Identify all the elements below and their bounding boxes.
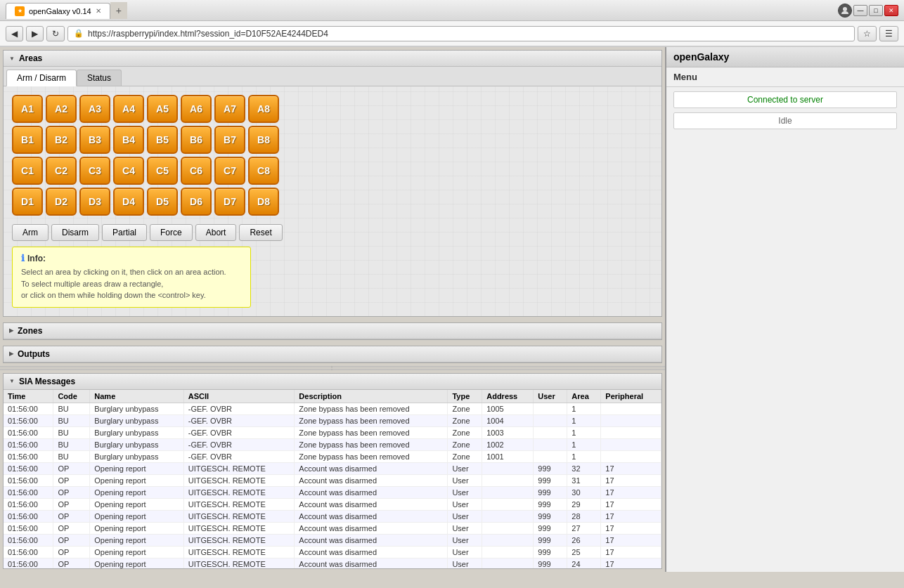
- minimize-button[interactable]: —: [853, 5, 867, 16]
- area-button-a5[interactable]: A5: [147, 95, 178, 123]
- area-button-d8[interactable]: D8: [248, 188, 279, 216]
- areas-section-header[interactable]: ▼ Areas: [4, 51, 661, 67]
- sia-cell: 01:56:00: [4, 450, 53, 462]
- secure-icon: 🔒: [74, 29, 84, 38]
- address-bar[interactable]: 🔒 https://raspberrypi/index.html?session…: [67, 26, 855, 41]
- sia-row[interactable]: 01:56:00BUBurglary unbypass-GEF. OVBRZon…: [4, 426, 661, 438]
- back-button[interactable]: ◀: [6, 26, 23, 41]
- area-button-d3[interactable]: D3: [79, 188, 110, 216]
- outputs-section-header[interactable]: ▶ Outputs: [4, 346, 661, 362]
- area-button-b6[interactable]: B6: [181, 126, 212, 154]
- area-button-a8[interactable]: A8: [248, 95, 279, 123]
- area-button-a4[interactable]: A4: [113, 95, 144, 123]
- reload-button[interactable]: ↻: [46, 26, 65, 41]
- area-button-b2[interactable]: B2: [46, 126, 77, 154]
- area-button-c4[interactable]: C4: [113, 157, 144, 185]
- zones-section-title: Zones: [18, 326, 42, 336]
- area-button-b3[interactable]: B3: [79, 126, 110, 154]
- areas-tabs-bar: Arm / Disarm Status: [4, 67, 661, 86]
- sia-cell: Opening report: [90, 546, 183, 558]
- tab-arm-disarm[interactable]: Arm / Disarm: [6, 70, 77, 86]
- sia-row[interactable]: 01:56:00OPOpening reportUITGESCH. REMOTE…: [4, 486, 661, 498]
- action-button-abort[interactable]: Abort: [195, 224, 237, 241]
- sia-cell: 1: [567, 438, 601, 450]
- tab-close-button[interactable]: ✕: [96, 7, 101, 15]
- sia-row[interactable]: 01:56:00OPOpening reportUITGESCH. REMOTE…: [4, 534, 661, 546]
- action-button-partial[interactable]: Partial: [102, 224, 147, 241]
- area-button-b4[interactable]: B4: [113, 126, 144, 154]
- bookmark-button[interactable]: ☆: [858, 26, 877, 41]
- sia-row[interactable]: 01:56:00OPOpening reportUITGESCH. REMOTE…: [4, 462, 661, 474]
- new-tab-button[interactable]: +: [110, 2, 127, 19]
- close-button[interactable]: ✕: [884, 5, 898, 16]
- area-button-a7[interactable]: A7: [214, 95, 245, 123]
- sia-row[interactable]: 01:56:00OPOpening reportUITGESCH. REMOTE…: [4, 558, 661, 568]
- sia-cell: 01:56:00: [4, 414, 53, 426]
- area-button-d6[interactable]: D6: [181, 188, 212, 216]
- sia-cell: 1: [567, 450, 601, 462]
- action-button-force[interactable]: Force: [150, 224, 193, 241]
- sia-cell: OP: [53, 486, 90, 498]
- sia-row[interactable]: 01:56:00BUBurglary unbypass-GEF. OVBRZon…: [4, 403, 661, 414]
- sia-cell: Account was disarmed: [295, 474, 448, 486]
- area-button-c7[interactable]: C7: [214, 157, 245, 185]
- sia-cell: UITGESCH. REMOTE: [183, 462, 295, 474]
- area-button-d2[interactable]: D2: [46, 188, 77, 216]
- sia-row[interactable]: 01:56:00OPOpening reportUITGESCH. REMOTE…: [4, 546, 661, 558]
- sia-section: ▼ SIA Messages TimeCodeNameASCIIDescript…: [3, 373, 662, 570]
- maximize-button[interactable]: □: [869, 5, 883, 16]
- area-button-c8[interactable]: C8: [248, 157, 279, 185]
- area-button-c6[interactable]: C6: [181, 157, 212, 185]
- area-button-b1[interactable]: B1: [12, 126, 43, 154]
- forward-button[interactable]: ▶: [26, 26, 44, 41]
- area-button-b7[interactable]: B7: [214, 126, 245, 154]
- area-button-b8[interactable]: B8: [248, 126, 279, 154]
- info-title: ℹ Info:: [21, 253, 242, 263]
- area-button-c2[interactable]: C2: [46, 157, 77, 185]
- sia-cell: [601, 426, 661, 438]
- sia-cell: Zone bypass has been removed: [295, 426, 448, 438]
- menu-button[interactable]: ☰: [879, 26, 898, 41]
- sia-cell: 30: [567, 486, 601, 498]
- area-button-c1[interactable]: C1: [12, 157, 43, 185]
- sia-cell: Account was disarmed: [295, 510, 448, 522]
- area-button-c3[interactable]: C3: [79, 157, 110, 185]
- sia-cell: [482, 486, 534, 498]
- area-button-d4[interactable]: D4: [113, 188, 144, 216]
- sia-cell: UITGESCH. REMOTE: [183, 558, 295, 568]
- sia-row[interactable]: 01:56:00OPOpening reportUITGESCH. REMOTE…: [4, 522, 661, 534]
- area-button-c5[interactable]: C5: [147, 157, 178, 185]
- action-button-reset[interactable]: Reset: [239, 224, 282, 241]
- sia-cell: 24: [567, 558, 601, 568]
- sia-table-container[interactable]: TimeCodeNameASCIIDescriptionTypeAddressU…: [4, 390, 661, 569]
- panel-divider[interactable]: ⋮: [0, 366, 665, 370]
- area-button-d7[interactable]: D7: [214, 188, 245, 216]
- sia-row[interactable]: 01:56:00OPOpening reportUITGESCH. REMOTE…: [4, 510, 661, 522]
- action-button-arm[interactable]: Arm: [12, 224, 49, 241]
- sia-cell: 01:56:00: [4, 438, 53, 450]
- tab-status[interactable]: Status: [77, 70, 122, 86]
- sia-row[interactable]: 01:56:00BUBurglary unbypass-GEF. OVBRZon…: [4, 414, 661, 426]
- sia-cell: 17: [601, 546, 661, 558]
- sia-row[interactable]: 01:56:00BUBurglary unbypass-GEF. OVBRZon…: [4, 438, 661, 450]
- browser-tab[interactable]: ★ openGalaxy v0.14 ✕: [6, 3, 110, 19]
- sia-row[interactable]: 01:56:00OPOpening reportUITGESCH. REMOTE…: [4, 498, 661, 510]
- sia-cell: 17: [601, 462, 661, 474]
- sia-row[interactable]: 01:56:00OPOpening reportUITGESCH. REMOTE…: [4, 474, 661, 486]
- sia-section-header[interactable]: ▼ SIA Messages: [4, 374, 661, 390]
- sia-col-area: Area: [567, 390, 601, 403]
- area-button-a2[interactable]: A2: [46, 95, 77, 123]
- area-button-d1[interactable]: D1: [12, 188, 43, 216]
- area-button-b5[interactable]: B5: [147, 126, 178, 154]
- sia-row[interactable]: 01:56:00BUBurglary unbypass-GEF. OVBRZon…: [4, 450, 661, 462]
- sia-cell: -GEF. OVBR: [183, 403, 295, 414]
- sia-cell: [482, 558, 534, 568]
- area-button-a1[interactable]: A1: [12, 95, 43, 123]
- zones-section-header[interactable]: ▶ Zones: [4, 323, 661, 339]
- area-button-d5[interactable]: D5: [147, 188, 178, 216]
- menu-label[interactable]: Menu: [666, 67, 904, 87]
- sia-cell: -GEF. OVBR: [183, 426, 295, 438]
- area-button-a6[interactable]: A6: [181, 95, 212, 123]
- area-button-a3[interactable]: A3: [79, 95, 110, 123]
- action-button-disarm[interactable]: Disarm: [51, 224, 99, 241]
